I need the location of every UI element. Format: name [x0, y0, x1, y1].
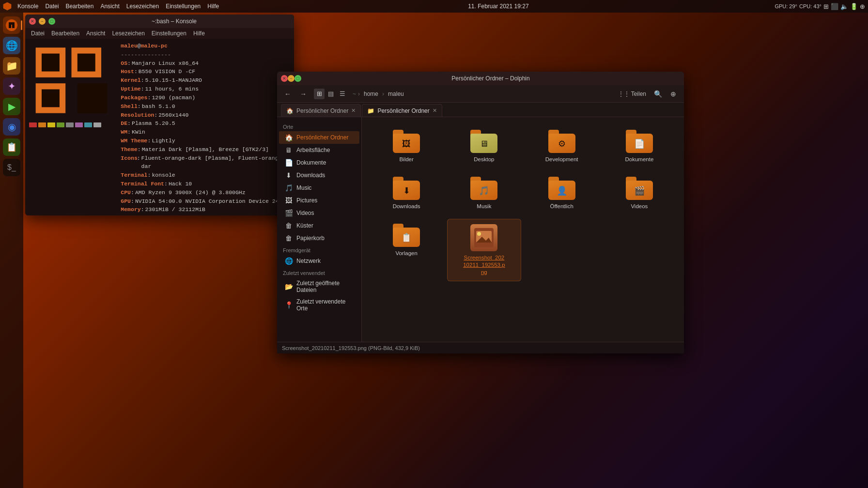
sidebar-item-desktop[interactable]: 🖥 Arbeitsfläche [279, 144, 359, 156]
folder-videos-emblem: 🎬 [634, 185, 645, 196]
panel-menu-lesezeichen[interactable]: Lesezeichen [124, 2, 162, 11]
taskbar-terminal2[interactable]: $_ [3, 159, 20, 176]
sidebar-item-documents[interactable]: 📄 Dokumente [279, 156, 359, 169]
folder-vorlagen-emblem: 📋 [401, 232, 412, 243]
fm-max-btn[interactable]: □ [294, 75, 301, 82]
panel-menu-hilfe[interactable]: Hilfe [204, 2, 222, 11]
file-item-vorlagen[interactable]: 📋 Vorlagen [370, 219, 443, 281]
pictures-icon: 🖼 [285, 197, 293, 204]
file-label-bilder: Bilder [399, 156, 413, 163]
term-menu-einstellungen[interactable]: Einstellungen [149, 29, 189, 38]
term-menu-datei[interactable]: Datei [28, 29, 47, 38]
fm-view-icon-btn[interactable]: ⊞ [314, 89, 325, 99]
fm-breadcrumb: ~ › home › maleu [350, 90, 613, 98]
panel-menu-konsole[interactable]: Konsole [15, 2, 41, 11]
sidebar-item-network-label: Netzwerk [296, 258, 321, 264]
fm-view-compact-btn[interactable]: ▤ [326, 89, 336, 99]
fm-back-btn[interactable]: ← [281, 87, 294, 101]
sidebar-item-downloads-label: Downloads [296, 172, 325, 179]
fm-search-btn[interactable]: 🔍 [651, 87, 665, 101]
breadcrumb-maleu[interactable]: maleu [386, 90, 406, 98]
sidebar-item-pictures[interactable]: 🖼 Pictures [279, 194, 359, 207]
sidebar-section-fremdgerat: Fremdgerät [277, 244, 361, 255]
fm-tab-2[interactable]: 📁 Persönlicher Ordner ✕ [362, 104, 442, 117]
fm-tabbar: 🏠 Persönlicher Ordner ✕ 📁 Persönlicher O… [277, 103, 684, 117]
term-menu-lesezeichen[interactable]: Lesezeichen [109, 29, 147, 38]
folder-dokumente-emblem: 📄 [634, 138, 645, 149]
videos-icon: 🎬 [285, 209, 293, 217]
top-panel-datetime: 11. Februar 2021 19:27 [222, 3, 775, 10]
sidebar-item-network[interactable]: 🌐 Netzwerk [279, 255, 359, 267]
fm-forward-btn[interactable]: → [296, 87, 310, 101]
file-item-downloads[interactable]: ⬇ Downloads [370, 172, 443, 215]
fm-tab-1-close[interactable]: ✕ [351, 107, 356, 114]
fm-tab-2-close[interactable]: ✕ [433, 107, 437, 114]
systray-icon-2[interactable]: ⬛ [831, 3, 838, 10]
color-strip [29, 122, 116, 127]
file-item-dokumente[interactable]: 📄 Dokumente [603, 125, 676, 168]
fm-min-btn[interactable]: − [288, 75, 294, 82]
panel-menu-datei[interactable]: Datei [42, 2, 62, 11]
file-item-screenshot[interactable]: Screenshot_20210211_192553.png [447, 219, 521, 281]
systray-icon-4[interactable]: 🔋 [850, 3, 858, 10]
taskbar-folder[interactable]: 📁 [3, 57, 20, 75]
sidebar-item-recent-files[interactable]: 📂 Zuletzt geöffnete Dateien [279, 277, 359, 296]
breadcrumb-sep2: › [382, 91, 384, 97]
app-menu-icon[interactable] [2, 1, 13, 12]
sidebar-item-home[interactable]: 🏠 Persönlicher Ordner [279, 131, 359, 144]
sidebar-item-videos-label: Videos [296, 210, 314, 216]
fm-close-btn[interactable]: ✕ [281, 75, 288, 82]
sidebar-item-kuster[interactable]: 🗑 Küster [279, 219, 359, 232]
terminal-content[interactable]: maleu@maleu-pc --------------- OS: Manja… [25, 39, 294, 215]
fm-tab-2-icon: 📁 [367, 107, 374, 114]
systray-icon-3[interactable]: 🔈 [840, 3, 848, 10]
terminal-max-btn[interactable]: □ [48, 18, 55, 25]
panel-menu-bearbeiten[interactable]: Bearbeiten [62, 2, 96, 11]
top-panel-right: GPU: 29° CPU: 43° ⊞ ⬛ 🔈 🔋 ⊕ [775, 3, 868, 10]
terminal-close-btn[interactable]: ✕ [29, 18, 36, 25]
desktop: Konsole Datei Bearbeiten Ansicht Lesezei… [0, 0, 868, 488]
taskbar-manjaro[interactable] [3, 16, 20, 34]
fm-view-list-btn[interactable]: ☰ [337, 89, 348, 99]
sidebar-item-trash[interactable]: 🗑 Papierkorb [279, 232, 359, 244]
panel-menu-ansicht[interactable]: Ansicht [97, 2, 122, 11]
music-icon: 🎵 [285, 184, 293, 192]
sidebar-item-home-label: Persönlicher Ordner [296, 134, 348, 141]
sidebar-item-music[interactable]: 🎵 Music [279, 182, 359, 194]
sidebar-section-orte: Orte [277, 121, 361, 131]
breadcrumb-home[interactable]: home [362, 90, 380, 98]
file-label-musik: Musik [477, 203, 491, 210]
folder-dokumente-icon: 📄 [626, 130, 653, 153]
terminal-min-btn[interactable]: − [39, 18, 46, 25]
sidebar-item-downloads[interactable]: ⬇ Downloads [279, 169, 359, 182]
panel-menu-einstellungen[interactable]: Einstellungen [163, 2, 203, 11]
term-menu-bearbeiten[interactable]: Bearbeiten [48, 29, 82, 38]
network-icon-sidebar: 🌐 [285, 257, 293, 265]
folder-development-emblem: ⚙ [558, 138, 566, 149]
taskbar-notes[interactable]: 📋 [3, 138, 20, 156]
file-item-musik[interactable]: 🎵 Musik [447, 172, 521, 215]
fm-grid: 🖼 Bilder 🖥 Desktop [362, 117, 684, 342]
file-item-desktop[interactable]: 🖥 Desktop [447, 125, 521, 168]
sidebar-item-recent-places-label: Zuletzt verwendete Orte [296, 298, 354, 312]
file-item-offentlich[interactable]: 👤 Öffentlich [525, 172, 599, 215]
term-menu-hilfe[interactable]: Hilfe [190, 29, 208, 38]
taskbar-media[interactable]: ▶ [3, 98, 20, 115]
taskbar-discover[interactable]: ◉ [3, 118, 20, 136]
file-label-vorlagen: Vorlagen [395, 250, 417, 257]
file-item-development[interactable]: ⚙ Development [525, 125, 599, 168]
fm-tab-1[interactable]: 🏠 Persönlicher Ordner ✕ [281, 104, 361, 117]
file-item-bilder[interactable]: 🖼 Bilder [370, 125, 443, 168]
term-menu-ansicht[interactable]: Ansicht [83, 29, 108, 38]
sidebar-item-videos[interactable]: 🎬 Videos [279, 207, 359, 219]
sidebar-item-recent-places[interactable]: 📍 Zuletzt verwendete Orte [279, 296, 359, 314]
fm-titlebar: ✕ − □ Persönlicher Ordner – Dolphin [277, 72, 684, 85]
fm-menu-btn[interactable]: ⊕ [666, 87, 680, 101]
systray-icon-1[interactable]: ⊞ [823, 3, 829, 10]
taskbar-git[interactable]: ✦ [3, 77, 20, 95]
taskbar-network[interactable]: 🌐 [3, 37, 20, 54]
folder-musik-icon: 🎵 [470, 177, 497, 200]
systray-icon-5[interactable]: ⊕ [860, 3, 865, 10]
fm-share-btn[interactable]: ⋮⋮Teilen [615, 87, 649, 101]
file-item-videos[interactable]: 🎬 Videos [603, 172, 676, 215]
